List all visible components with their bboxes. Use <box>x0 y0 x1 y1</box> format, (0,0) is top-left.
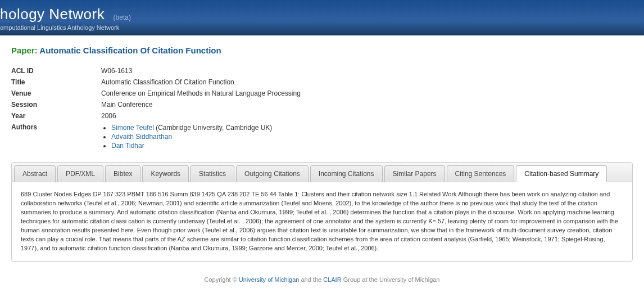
authors-list: Simone Teufel (Cambridge University, Cam… <box>101 123 301 150</box>
author-link[interactable]: Dan Tidhar <box>111 142 144 150</box>
meta-key-session: Session <box>11 99 101 110</box>
meta-val-title: Automatic Classification Of Citation Fun… <box>101 76 301 88</box>
paper-title: Automatic Classification Of Citation Fun… <box>39 46 221 55</box>
author-item: Dan Tidhar <box>111 141 301 150</box>
tab-keywords[interactable]: Keywords <box>142 165 189 182</box>
meta-key-authors: Authors <box>11 122 101 152</box>
main-content: Paper: Automatic Classification Of Citat… <box>0 35 644 272</box>
tab-citing-sentences[interactable]: Citing Sentences <box>447 165 515 182</box>
tab-pdf-xml[interactable]: PDF/XML <box>57 165 103 182</box>
site-header: hology Network (beta) omputational Lingu… <box>0 0 644 35</box>
meta-key-venue: Venue <box>11 88 101 99</box>
tab-statistics[interactable]: Statistics <box>191 165 234 182</box>
tabs-bar: AbstractPDF/XMLBibtexKeywordsStatisticsO… <box>12 163 632 182</box>
metadata-table: ACL ID W06-1613 Title Automatic Classifi… <box>11 65 301 152</box>
paper-label: Paper: <box>11 46 38 55</box>
site-title: hology Network <box>0 6 105 22</box>
paper-heading: Paper: Automatic Classification Of Citat… <box>11 46 633 55</box>
footer-link-umich[interactable]: University of Michigan <box>239 276 300 283</box>
meta-key-aclid: ACL ID <box>11 65 101 76</box>
tabs-container: AbstractPDF/XMLBibtexKeywordsStatisticsO… <box>11 162 633 262</box>
meta-val-session: Main Conference <box>101 99 301 110</box>
tab-content-citation-summary: 689 Cluster Nodes Edges DP 167 323 PBMT … <box>12 182 632 261</box>
meta-key-year: Year <box>11 110 101 122</box>
footer-suffix: Group at the University of Michigan <box>343 276 440 283</box>
footer-mid: and the <box>301 276 323 283</box>
meta-val-authors: Simone Teufel (Cambridge University, Cam… <box>101 122 301 152</box>
footer-prefix: Copyright © <box>205 276 239 283</box>
beta-badge: (beta) <box>114 14 131 21</box>
meta-val-aclid: W06-1613 <box>101 65 301 76</box>
tab-citation-based-summary[interactable]: Citation-based Summary <box>516 165 607 182</box>
footer-link-clair[interactable]: CLAIR <box>323 276 341 283</box>
tab-bibtex[interactable]: Bibtex <box>105 165 140 182</box>
author-link[interactable]: Advaith Siddharthan <box>111 133 172 141</box>
author-item: Advaith Siddharthan <box>111 132 301 141</box>
author-link[interactable]: Simone Teufel <box>111 124 154 132</box>
meta-val-year: 2006 <box>101 110 301 122</box>
tab-similar-papers[interactable]: Similar Papers <box>384 165 445 182</box>
tab-incoming-citations[interactable]: Incoming Citations <box>310 165 383 182</box>
meta-key-title: Title <box>11 76 101 88</box>
tab-outgoing-citations[interactable]: Outgoing Citations <box>236 165 309 182</box>
author-item: Simone Teufel (Cambridge University, Cam… <box>111 123 301 132</box>
site-subtitle: omputational Linguistics Anthology Netwo… <box>0 24 644 31</box>
footer: Copyright © University of Michigan and t… <box>0 272 644 291</box>
author-affiliation: (Cambridge University, Cambridge UK) <box>154 124 273 132</box>
tab-abstract[interactable]: Abstract <box>14 165 56 182</box>
meta-val-venue: Conference on Empirical Methods in Natur… <box>101 88 301 99</box>
